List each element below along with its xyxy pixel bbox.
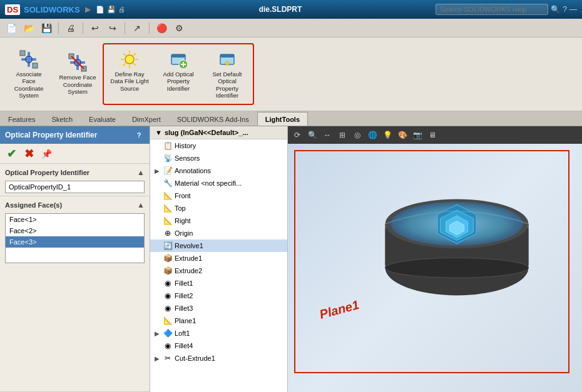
face-item-1[interactable]: Face<1> bbox=[6, 214, 144, 225]
remove-face-label: Remove Face Coordinate System bbox=[58, 74, 97, 95]
loft1-label: Loft1 bbox=[175, 329, 190, 337]
sensors-icon: 📡 bbox=[163, 153, 173, 163]
vp-pan-btn[interactable]: ↔ bbox=[320, 129, 334, 141]
save-btn[interactable]: 💾 bbox=[39, 21, 54, 35]
fillet3-icon: ◉ bbox=[163, 303, 173, 313]
remove-face-btn[interactable]: Remove Face Coordinate System bbox=[54, 49, 101, 98]
top-icon: 📐 bbox=[163, 203, 173, 213]
sep2 bbox=[83, 22, 83, 34]
3d-object[interactable] bbox=[369, 169, 544, 306]
origin-icon: ⊕ bbox=[163, 228, 173, 238]
tree-header: ▼ slug (InGaN<<Default>_... bbox=[150, 126, 287, 139]
viewport-toolbar: ⟳ 🔍 ↔ ⊞ ◎ 🌐 💡 🎨 📷 🖥 bbox=[288, 126, 582, 144]
tree-front[interactable]: 📐 Front bbox=[150, 189, 287, 202]
tree-annotations[interactable]: ▶ 📝 Annotations bbox=[150, 164, 287, 177]
sensors-label: Sensors bbox=[175, 154, 200, 162]
tree-revolve1[interactable]: 🔄 Revolve1 bbox=[150, 239, 287, 252]
loft1-expand[interactable]: ▶ bbox=[153, 329, 161, 338]
face-item-3[interactable]: Face<3> bbox=[6, 236, 144, 248]
minimize-icon[interactable]: — bbox=[569, 5, 577, 14]
info-btn[interactable]: ? bbox=[133, 129, 145, 141]
fillet4-icon: ◉ bbox=[163, 341, 173, 351]
record-btn[interactable]: 🔴 bbox=[154, 21, 169, 35]
title-bar: DS SOLIDWORKS ▶ 📄 💾 🖨 die.SLDPRT 🔍 ? — bbox=[0, 0, 582, 19]
cut-expand[interactable]: ▶ bbox=[153, 354, 161, 363]
svg-line-18 bbox=[133, 53, 136, 56]
tree-plane1[interactable]: 📐 Plane1 bbox=[150, 314, 287, 327]
top-icon-2[interactable]: 💾 bbox=[107, 6, 116, 14]
right-label: Right bbox=[175, 217, 191, 224]
top-icon-1[interactable]: 📄 bbox=[96, 6, 105, 14]
svg-rect-21 bbox=[171, 54, 185, 58]
tree-material[interactable]: 🔧 Material <not specifi... bbox=[150, 177, 287, 189]
vp-appearance-btn[interactable]: 🎨 bbox=[396, 129, 409, 141]
tree-sensors[interactable]: 📡 Sensors bbox=[150, 152, 287, 164]
identifier-chevron: ▲ bbox=[137, 168, 145, 177]
right-icon: 📐 bbox=[163, 216, 173, 226]
vp-zoom-btn[interactable]: 🔍 bbox=[305, 129, 319, 141]
tree-fillet1[interactable]: ◉ Fillet1 bbox=[150, 277, 287, 289]
face-item-2[interactable]: Face<2> bbox=[6, 225, 144, 236]
tree-extrude2[interactable]: 📦 Extrude2 bbox=[150, 264, 287, 277]
tab-sketch[interactable]: Sketch bbox=[43, 112, 81, 126]
add-optical-btn[interactable]: Add Optical Property Identifier bbox=[155, 46, 202, 103]
sep3 bbox=[125, 22, 125, 34]
set-default-btn[interactable]: Set Default Optical Property Identifier bbox=[203, 46, 251, 103]
tree-history[interactable]: 📋 History bbox=[150, 139, 287, 152]
tree-right[interactable]: 📐 Right bbox=[150, 214, 287, 227]
fillet4-label: Fillet4 bbox=[175, 342, 193, 349]
tab-addins[interactable]: SOLIDWORKS Add-Ins bbox=[169, 112, 257, 126]
svg-rect-4 bbox=[33, 63, 38, 68]
define-ray-btn[interactable]: Define Ray Data File Light Source bbox=[106, 46, 153, 103]
tree-origin[interactable]: ⊕ Origin bbox=[150, 227, 287, 239]
vp-photo-btn[interactable]: 📷 bbox=[411, 129, 424, 141]
tree-top[interactable]: 📐 Top bbox=[150, 202, 287, 214]
tree-fillet4[interactable]: ◉ Fillet4 bbox=[150, 339, 287, 352]
tree-cut-extrude1[interactable]: ▶ ✂ Cut-Extrude1 bbox=[150, 352, 287, 364]
redo-btn[interactable]: ↪ bbox=[105, 21, 120, 35]
annotations-expand[interactable]: ▶ bbox=[153, 166, 161, 175]
vp-orient-btn[interactable]: ◎ bbox=[350, 129, 364, 141]
associate-face-btn[interactable]: Associate Face Coordinate System bbox=[5, 46, 53, 103]
vp-light-btn[interactable]: 💡 bbox=[380, 129, 394, 141]
tree-extrude1[interactable]: 📦 Extrude1 bbox=[150, 252, 287, 264]
faces-section-header[interactable]: Assigned Face(s) ▲ bbox=[5, 199, 145, 211]
title-separator: ▶ bbox=[85, 5, 91, 14]
search-input[interactable] bbox=[436, 4, 548, 15]
vp-rotate-btn[interactable]: ⟳ bbox=[290, 129, 304, 141]
material-icon: 🔧 bbox=[163, 178, 173, 188]
svg-rect-26 bbox=[220, 54, 234, 58]
search-icon[interactable]: 🔍 bbox=[551, 5, 560, 14]
pin-btn[interactable]: 📌 bbox=[39, 147, 54, 161]
sw-logo: DS bbox=[5, 4, 20, 15]
toolbar-icons-top: 📄 💾 🖨 bbox=[96, 6, 125, 14]
tab-dimxpert[interactable]: DimXpert bbox=[124, 112, 169, 126]
identifier-section-header[interactable]: Optical Property Identifier ▲ bbox=[5, 166, 145, 179]
settings-btn[interactable]: ⚙ bbox=[171, 21, 186, 35]
select-btn[interactable]: ↗ bbox=[130, 21, 145, 35]
ribbon-tabs: Features Sketch Evaluate DimXpert SOLIDW… bbox=[0, 111, 582, 126]
top-icon-3[interactable]: 🖨 bbox=[118, 6, 125, 14]
new-btn[interactable]: 📄 bbox=[4, 21, 19, 35]
vp-view-btn[interactable]: 🌐 bbox=[365, 129, 379, 141]
tree-fillet2[interactable]: ◉ Fillet2 bbox=[150, 289, 287, 302]
viewport: ⟳ 🔍 ↔ ⊞ ◎ 🌐 💡 🎨 📷 🖥 Plane1 bbox=[288, 126, 582, 392]
undo-btn[interactable]: ↩ bbox=[88, 21, 103, 35]
tab-lighttools[interactable]: LightTools bbox=[257, 112, 308, 126]
help-icon[interactable]: ? bbox=[563, 5, 567, 14]
tree-fillet3[interactable]: ◉ Fillet3 bbox=[150, 302, 287, 314]
open-btn[interactable]: 📂 bbox=[21, 21, 36, 35]
annotations-label: Annotations bbox=[175, 167, 211, 174]
confirm-btn[interactable]: ✔ bbox=[4, 147, 19, 161]
identifier-input[interactable] bbox=[5, 181, 145, 193]
tree-loft1[interactable]: ▶ 🔷 Loft1 bbox=[150, 327, 287, 339]
print-btn[interactable]: 🖨 bbox=[63, 21, 78, 35]
cancel-btn[interactable]: ✖ bbox=[21, 147, 36, 161]
vp-display-btn[interactable]: 🖥 bbox=[426, 129, 439, 141]
tab-evaluate[interactable]: Evaluate bbox=[81, 112, 124, 126]
extrude2-icon: 📦 bbox=[163, 266, 173, 276]
scene-container: Plane1 bbox=[288, 144, 582, 392]
vp-zoom-fit-btn[interactable]: ⊞ bbox=[335, 129, 349, 141]
svg-point-38 bbox=[385, 258, 529, 278]
tab-features[interactable]: Features bbox=[0, 112, 43, 126]
